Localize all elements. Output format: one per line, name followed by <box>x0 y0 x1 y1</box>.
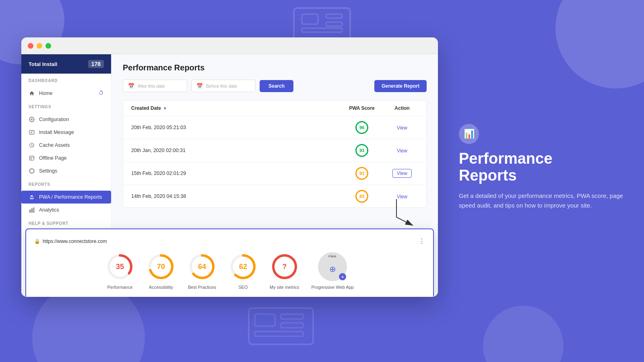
score-circle: 93 <box>355 144 368 157</box>
offline-icon <box>29 155 35 161</box>
svg-rect-11 <box>29 130 34 134</box>
score-card-label: Best Practices <box>188 284 216 290</box>
pwa-reports-icon <box>29 194 35 200</box>
score-legend: 0–49 50–89 90–100 <box>111 296 425 297</box>
score-card-label: Progressive Web App <box>311 284 354 290</box>
sidebar-item-settings[interactable]: Settings <box>21 165 111 177</box>
settings-section: SETTINGS <box>21 100 111 113</box>
table-row: 14th Feb, 2020 04:15:38 83 View <box>123 185 426 208</box>
sidebar-item-pwa-reports[interactable]: PWA / Performance Reports <box>21 191 111 204</box>
view-link[interactable]: View <box>397 148 407 154</box>
view-link[interactable]: View <box>397 125 407 131</box>
svg-rect-2 <box>326 14 342 18</box>
score-card: PWA ⊕ + Progressive Web App <box>311 252 354 290</box>
close-button[interactable] <box>28 43 33 49</box>
svg-rect-13 <box>30 156 34 160</box>
legend-range: 50–89 <box>224 296 237 297</box>
sidebar-item-offline-page[interactable]: Offline Page <box>21 152 111 165</box>
table-row: 20th Feb, 2020 05:21:03 96 View <box>123 116 426 139</box>
legend-item: 50–89 <box>218 296 237 297</box>
table-row: 20th Jan, 2020 02:00:31 93 View <box>123 139 426 162</box>
sidebar-item-configuration[interactable]: Configuration <box>21 113 111 126</box>
dashboard-section: DASHBOARD <box>21 74 111 87</box>
row-action[interactable]: View <box>386 169 418 178</box>
score-card-label: My site metrics <box>270 284 299 290</box>
score-card: 70 Accessibility <box>147 252 175 290</box>
generate-report-button[interactable]: Generate Report <box>374 80 427 92</box>
score-donut: 64 <box>188 252 217 281</box>
right-panel-icon-circle: 📊 <box>459 124 479 144</box>
sidebar-item-cache-assets[interactable]: Cache Assets <box>21 139 111 152</box>
popup-url-bar: 🔒 https://www.connectstore.com ⋮ <box>111 237 425 245</box>
settings-label: Settings <box>39 168 57 174</box>
configuration-label: Configuration <box>39 117 69 122</box>
col-header-action: Action <box>386 105 418 111</box>
analytics-label: Analytics <box>39 207 59 213</box>
main-content: Performance Reports 📅 After this date 📅 … <box>111 54 438 297</box>
score-card: 35 Performance <box>111 252 134 290</box>
sidebar-item-install-message[interactable]: Install Message <box>21 126 111 139</box>
configuration-icon <box>29 116 35 123</box>
row-score: 93 <box>338 144 386 157</box>
date-from-placeholder: After this date <box>138 84 165 88</box>
row-date: 20th Feb, 2020 05:21:03 <box>131 125 338 130</box>
bg-icon-pwa-bottom <box>245 304 317 350</box>
row-date: 15th Feb, 2020 02:01:29 <box>131 171 338 176</box>
legend-range: 90–100 <box>250 296 265 297</box>
row-action[interactable]: View <box>386 124 418 131</box>
view-button-highlighted[interactable]: View <box>392 169 412 178</box>
svg-rect-3 <box>326 22 342 26</box>
sidebar-home-label: Home <box>39 90 52 96</box>
home-icon <box>29 90 35 97</box>
reports-table: Created Date ▼ PWA Score Action 20th Feb… <box>123 100 427 208</box>
table-rows-container: 20th Feb, 2020 05:21:03 96 View 20th Jan… <box>123 116 426 208</box>
refresh-icon[interactable] <box>98 90 104 97</box>
col-header-score: PWA Score <box>338 105 386 111</box>
install-message-label: Install Message <box>39 130 74 135</box>
help-section: HELP & SUPPORT <box>21 216 111 230</box>
row-score: 83 <box>338 167 386 180</box>
pwa-reports-label: PWA / Performance Reports <box>39 194 102 200</box>
sort-icon[interactable]: ▼ <box>163 106 167 111</box>
row-score: 83 <box>338 190 386 203</box>
legend-range: 0–49 <box>200 296 210 297</box>
score-cards-container: 35 Performance 70 Accessibility 64 <box>111 252 425 290</box>
date-from-input[interactable]: 📅 After this date <box>123 80 187 92</box>
score-card-label: SEO <box>238 284 248 290</box>
install-message-icon <box>29 129 35 136</box>
svg-point-10 <box>31 119 33 120</box>
page-title: Performance Reports <box>123 63 427 72</box>
popup-menu-dots[interactable]: ⋮ <box>419 237 425 245</box>
date-to-input[interactable]: 📅 Before this date <box>191 80 256 92</box>
search-button[interactable]: Search <box>260 80 293 92</box>
total-install-count: 178 <box>88 60 104 68</box>
row-score: 96 <box>338 121 386 134</box>
view-link[interactable]: View <box>397 194 407 200</box>
row-date: 20th Jan, 2020 02:00:31 <box>131 148 338 153</box>
reports-section-title: REPORTS <box>29 182 104 187</box>
sidebar-item-analytics[interactable]: Analytics <box>21 204 111 216</box>
col-header-date: Created Date ▼ <box>131 105 338 111</box>
row-date: 14th Feb, 2020 04:15:38 <box>131 193 338 199</box>
table-row: 15th Feb, 2020 02:01:29 83 View <box>123 162 426 185</box>
calendar-to-icon: 📅 <box>196 83 203 89</box>
search-bar: 📅 After this date 📅 Before this date Sea… <box>123 80 427 92</box>
pwa-score-circle: PWA ⊕ + <box>318 252 347 281</box>
row-action[interactable]: View <box>386 147 418 154</box>
svg-rect-15 <box>31 209 32 212</box>
analytics-icon <box>29 207 35 213</box>
legend-item: 90–100 <box>244 296 265 297</box>
dashboard-section-title: DASHBOARD <box>29 78 104 83</box>
maximize-button[interactable] <box>45 43 51 49</box>
score-card: 64 Best Practices <box>188 252 217 290</box>
reports-section: REPORTS <box>21 177 111 191</box>
settings-icon <box>29 168 35 174</box>
score-donut: 35 <box>111 252 134 281</box>
svg-rect-4 <box>302 28 342 32</box>
svg-rect-14 <box>29 210 30 212</box>
sidebar-item-home[interactable]: Home <box>21 87 111 100</box>
total-install-header: Total Install 178 <box>21 54 111 74</box>
score-card-label: Accessibility <box>149 284 173 290</box>
minimize-button[interactable] <box>37 43 42 49</box>
row-action[interactable]: View <box>386 193 418 200</box>
